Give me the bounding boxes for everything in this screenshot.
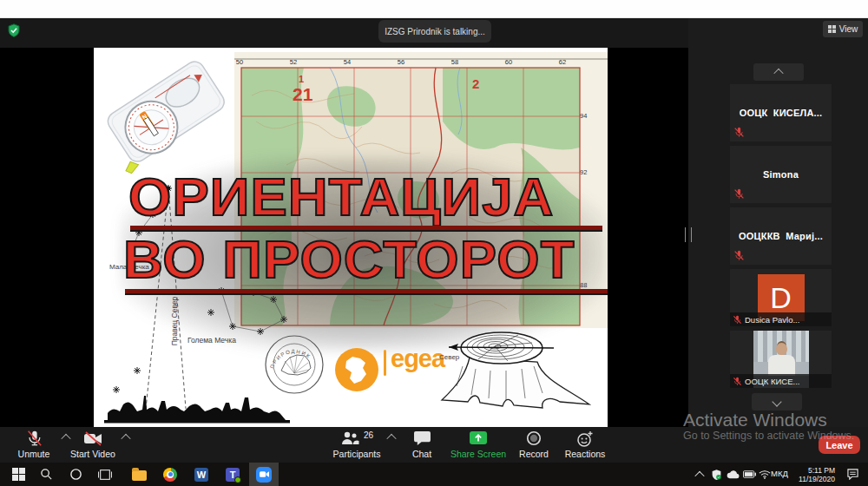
mic-muted-icon: [733, 315, 742, 325]
prirodnik-stamp-logo: ПРИРОДНИК: [264, 332, 325, 395]
chrome-icon[interactable]: [157, 463, 183, 486]
file-explorer-icon[interactable]: [126, 463, 152, 486]
chat-button[interactable]: Chat: [401, 430, 443, 459]
share-screen-icon: [470, 430, 487, 447]
reactions-button[interactable]: Reactions: [557, 430, 613, 459]
activate-windows-watermark: Activate Windows: [683, 410, 827, 430]
participants-count-badge: 26: [364, 430, 373, 440]
title-underline: [125, 289, 608, 293]
defender-shield-icon[interactable]: [707, 463, 725, 486]
participant-name: ООЦК КИСЕ...: [745, 377, 799, 386]
chevron-down-icon: [772, 397, 781, 406]
map-tick: 62: [556, 58, 569, 66]
map-tick: 60: [502, 58, 516, 66]
participant-tile[interactable]: Simona: [730, 146, 832, 203]
map-sheet-label: 21: [293, 84, 312, 105]
share-screen-button[interactable]: Share Screen: [444, 430, 512, 459]
map-sheet-label: 2: [472, 76, 479, 91]
time: 5:11 PM: [793, 466, 835, 475]
action-center-icon[interactable]: [844, 463, 861, 486]
video-off-icon: [83, 430, 102, 447]
window-title-bar: [0, 0, 868, 18]
reactions-icon: [576, 430, 594, 447]
participant-tile[interactable]: ООЦК КИСЕЛА...: [730, 84, 832, 141]
participant-tile[interactable]: ООЦККВ Мариј...: [730, 207, 832, 265]
participant-name: ООЦККВ Мариј...: [739, 231, 823, 241]
zoom-taskbar-icon[interactable]: [249, 463, 279, 486]
egea-logo-globe: [334, 347, 379, 392]
mic-muted-icon: [733, 127, 745, 138]
person-body: [768, 355, 795, 376]
chat-icon: [414, 430, 431, 447]
participants-button[interactable]: 26 Participants: [323, 430, 391, 459]
date: 11/19/2020: [793, 475, 835, 483]
participants-icon: [340, 430, 359, 446]
onedrive-cloud-icon[interactable]: [724, 463, 741, 486]
map-tick: 52: [286, 58, 300, 66]
map-tick: 54: [340, 58, 354, 66]
scroll-down-button[interactable]: [752, 393, 802, 410]
city-skyline-silhouette: [99, 389, 297, 427]
participant-name: Simona: [763, 169, 799, 180]
presentation-slide: 50 52 54 56 58 60 62 94 92 90 88 1 21 2 …: [94, 48, 608, 427]
word-icon[interactable]: W: [188, 463, 214, 486]
tree-stump-drawing: [428, 319, 600, 421]
panel-resize-handle[interactable]: [685, 227, 692, 242]
record-icon: [526, 430, 542, 447]
search-icon[interactable]: [33, 463, 59, 486]
participant-name: Dusica Pavlo...: [745, 315, 799, 325]
record-button[interactable]: Record: [509, 430, 559, 459]
tray-chevron-up-icon[interactable]: [691, 463, 708, 486]
person-head: [776, 343, 787, 355]
participant-tile[interactable]: D Dusica Pavlo...: [730, 269, 832, 326]
battery-icon[interactable]: [740, 463, 758, 486]
mic-muted-icon: [25, 430, 43, 447]
activate-windows-watermark-sub: Go to Settings to activate Windows.: [683, 430, 854, 442]
taskbar-clock[interactable]: 5:11 PM 11/19/2020: [793, 466, 835, 483]
mic-muted-icon: [733, 188, 745, 200]
task-view-icon[interactable]: [92, 463, 118, 486]
view-button-label: View: [839, 24, 858, 34]
participant-name-bar: ООЦК КИСЕ...: [730, 374, 832, 388]
slide-title-line2: ВО ПРОСТОРОТ: [123, 233, 575, 286]
talking-notification-toast: IZSG Prirodnik is talking...: [378, 20, 491, 43]
unmute-button[interactable]: Unmute: [7, 430, 61, 459]
scroll-up-button[interactable]: [753, 63, 804, 81]
participant-name: ООЦК КИСЕЛА...: [740, 108, 823, 118]
gallery-view-button[interactable]: View: [823, 21, 863, 37]
map-tick: 94: [580, 112, 594, 120]
cortana-icon[interactable]: [62, 463, 89, 486]
map-tick: 56: [394, 58, 408, 66]
start-button[interactable]: [5, 463, 31, 486]
teams-icon[interactable]: T: [220, 463, 246, 486]
encryption-shield-icon[interactable]: [7, 23, 21, 37]
language-indicator[interactable]: МКД: [771, 469, 788, 478]
map-sheet-label: 1: [299, 74, 304, 84]
participant-tile[interactable]: ООЦК КИСЕ...: [730, 331, 832, 388]
mic-muted-icon: [733, 250, 745, 261]
map-tick: 58: [448, 58, 462, 66]
stump-north-label: Север: [439, 353, 459, 361]
mic-muted-icon: [733, 377, 742, 386]
grid-view-icon: [828, 25, 836, 33]
start-video-button[interactable]: Start Video: [64, 430, 122, 459]
slide-title-line1: ОРИЕНТАЦИЈА: [128, 171, 554, 224]
egea-logo-divider: [384, 350, 386, 376]
participant-name-bar: Dusica Pavlo...: [730, 312, 832, 326]
chevron-up-icon: [773, 69, 783, 78]
